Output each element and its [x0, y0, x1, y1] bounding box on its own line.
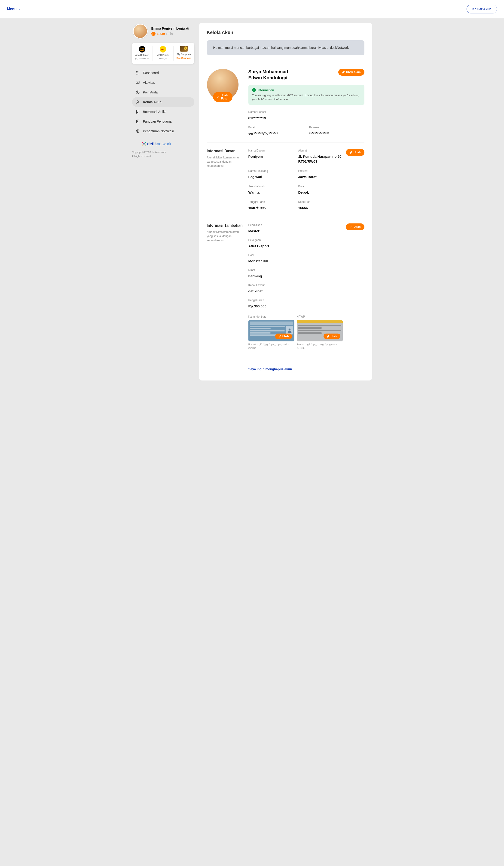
pencil-icon [342, 71, 345, 74]
copyright: Copyright ©2020 detiknetwork All right r… [132, 151, 194, 158]
channel-value: detikInet [249, 289, 343, 293]
wallet-allo[interactable]: allobank Allo Balance Rp ******** [132, 46, 153, 60]
allo-bank-icon: allobank [139, 46, 145, 53]
extra-title: Informasi Tambahan [207, 223, 244, 227]
format-note: Format: *.gif, *.jpg, *.jpeg, *.png maks… [297, 343, 343, 349]
points-row[interactable]: P 1.839 Poin [151, 32, 189, 36]
pencil-icon [217, 96, 219, 98]
chevron-down-icon [18, 8, 21, 10]
eye-off-icon [164, 58, 167, 60]
province-value: Jawa Barat [298, 175, 343, 179]
interest-value: Farming [249, 274, 343, 278]
pencil-icon [327, 335, 330, 338]
npwp-card-preview: Ubah [297, 320, 343, 341]
nav-kelola-akun[interactable]: Kelola Akun [132, 97, 194, 107]
svg-point-27 [288, 329, 290, 331]
basic-title: Informasi Dasar [207, 149, 244, 153]
svg-point-13 [137, 101, 138, 102]
nav-panduan[interactable]: Panduan Pengguna [132, 116, 194, 126]
password-label: Password [309, 126, 364, 129]
city-value: Depok [298, 190, 343, 195]
profile-photo: Ubah Foto [207, 69, 239, 101]
info-icon: i [252, 88, 256, 92]
nav-notifikasi[interactable]: Pengaturan Notifikasi [132, 126, 194, 136]
profile-name: Emma Poniyem Legiwati [151, 26, 189, 30]
sidebar: Emma Poniyem Legiwati P 1.839 Poin allob… [132, 23, 194, 158]
last-name-value: Legiwati [249, 175, 293, 179]
profile-summary: Emma Poniyem Legiwati P 1.839 Poin [132, 23, 194, 43]
phone-label: Nomor Ponsel [249, 110, 364, 113]
svg-point-7 [138, 73, 139, 73]
account-name: Surya Muhammad Edwin Kondologit [249, 69, 301, 81]
basic-info-section: Informasi Dasar Atur aktivitas komentarm… [207, 143, 364, 217]
svg-point-10 [138, 74, 139, 75]
job-value: Atlet E-sport [249, 244, 343, 248]
address-value: Jl. Pemuda Harapan no.20 RT01/RW03 [298, 154, 343, 164]
email-label: Email [249, 126, 303, 129]
avatar [133, 24, 148, 38]
wallet-mpc[interactable]: mpc MPC Points ***** [153, 46, 173, 60]
bookmark-icon [136, 110, 140, 114]
nav-dashboard[interactable]: Dashboard [132, 68, 194, 78]
svg-point-8 [136, 74, 137, 75]
person-silhouette-icon [286, 326, 293, 334]
nav-aktivitas[interactable]: Aktivitas [132, 78, 194, 87]
topbar: Menu Keluar Akun [0, 0, 504, 18]
guide-icon [136, 119, 140, 123]
info-alert: i Information You are signing in with yo… [249, 85, 364, 105]
menu-toggle[interactable]: Menu [7, 7, 21, 11]
pencil-icon [278, 335, 281, 338]
settings-icon [136, 129, 140, 133]
page-title: Kelola Akun [207, 30, 364, 35]
format-note: Format: *.gif, *.jpg, *.jpeg, *.png maks… [249, 343, 295, 349]
nav-bookmark[interactable]: Bookmark Artikel [132, 107, 194, 116]
edit-npwp-button[interactable]: Ubah [323, 334, 340, 339]
coupon-icon [180, 46, 188, 52]
phone-value: 812******19 [249, 115, 364, 120]
wallet-card: allobank Allo Balance Rp ******** mpc MP… [132, 43, 194, 64]
gender-value: Wanita [249, 190, 293, 195]
welcome-banner: Hi, mari mulai mencari berbagai macam ha… [207, 40, 364, 55]
brand-logo: detiknetwork [141, 139, 194, 148]
grid-icon [136, 71, 140, 75]
edit-basic-button[interactable]: Ubah [346, 149, 364, 156]
account-section: Ubah Foto Surya Muhammad Edwin Kondologi… [207, 62, 364, 143]
wallet-coupons[interactable]: My Coupons See Coupons [173, 46, 194, 60]
sidebar-nav: Dashboard Aktivitas Poin Anda Kelola Aku… [132, 68, 194, 136]
first-name-value: Poniyem [249, 154, 293, 159]
delete-account-link[interactable]: Saya ingin menghapus akun [249, 367, 292, 371]
points-badge-icon: P [151, 32, 156, 36]
nav-poin[interactable]: Poin Anda [132, 87, 194, 97]
basic-subtitle: Atur aktivitas komentarmu yang sesuai de… [207, 155, 244, 168]
network-icon [141, 141, 147, 147]
zip-value: 16656 [298, 206, 343, 210]
dob-value: 10/07/1995 [249, 206, 293, 210]
activity-icon [136, 80, 140, 85]
svg-point-3 [137, 71, 138, 72]
user-icon [136, 100, 140, 104]
main-content: Kelola Akun Hi, mari mulai mencari berba… [199, 23, 372, 380]
svg-point-9 [137, 74, 138, 75]
edit-account-button[interactable]: Ubah Akun [338, 69, 364, 76]
svg-point-2 [136, 71, 137, 72]
mpc-icon: mpc [160, 46, 166, 53]
logout-button[interactable]: Keluar Akun [467, 4, 497, 13]
education-value: Master [249, 229, 343, 233]
eye-off-icon [147, 58, 149, 60]
pencil-icon [350, 225, 352, 228]
email-value: ver*******@g******* [249, 131, 303, 136]
edit-photo-button[interactable]: Ubah Foto [213, 92, 232, 102]
svg-point-5 [136, 73, 137, 73]
hobby-value: Monster Kill [249, 259, 343, 264]
edit-idcard-button[interactable]: Ubah [275, 334, 292, 339]
svg-point-17 [137, 131, 138, 132]
password-value: *************** [309, 131, 364, 136]
coin-icon [136, 90, 140, 95]
spend-value: Rp.300.000 [249, 304, 343, 309]
pencil-icon [350, 151, 352, 154]
svg-point-4 [138, 71, 139, 72]
extra-info-section: Informasi Tambahan Atur aktivitas koment… [207, 217, 364, 356]
edit-extra-button[interactable]: Ubah [346, 223, 364, 230]
id-card-preview: Ubah [249, 320, 295, 341]
svg-point-6 [137, 73, 138, 73]
